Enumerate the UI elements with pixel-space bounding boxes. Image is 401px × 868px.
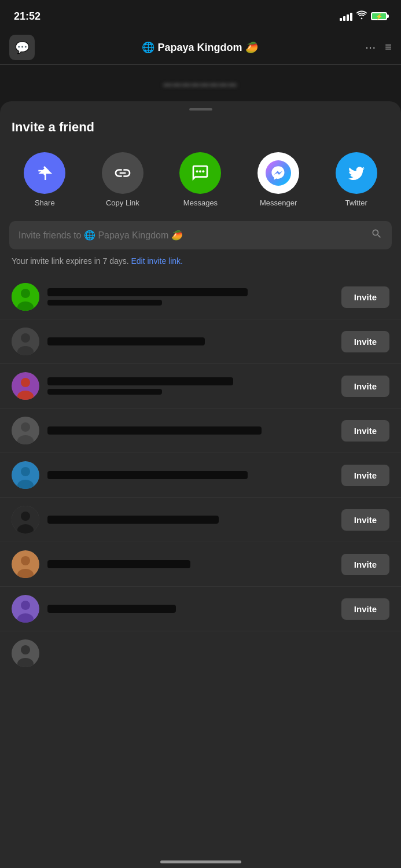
signal-bars-icon (340, 12, 352, 21)
share-icon-circle (24, 152, 65, 194)
friend-name-block (47, 471, 333, 479)
friend-name-block (47, 337, 333, 345)
home-indicator (160, 860, 241, 863)
svg-point-19 (21, 512, 30, 521)
invite-button[interactable]: Invite (341, 598, 389, 620)
invite-panel: Invite a friend Share Copy Link (0, 101, 401, 868)
friend-list: Invite Invite (0, 275, 401, 675)
avatar (12, 506, 39, 534)
avatar (12, 550, 39, 578)
friend-item: Invite (0, 542, 401, 587)
svg-point-16 (21, 467, 30, 476)
twitter-label: Twitter (345, 198, 367, 207)
friend-name-block (47, 560, 333, 568)
invite-button[interactable]: Invite (341, 331, 389, 352)
messenger-button[interactable]: Messenger (257, 152, 299, 207)
search-icon (371, 228, 382, 242)
friend-item: Invite (0, 409, 401, 453)
friend-item (0, 631, 401, 675)
more-options-icon[interactable]: ··· (365, 40, 376, 55)
messages-icon-circle (179, 152, 221, 194)
chat-icon[interactable]: 💬 (9, 35, 35, 60)
wifi-icon (356, 10, 367, 22)
chat-emoji: 💬 (15, 41, 30, 54)
friend-name-block (47, 426, 333, 435)
friend-item: Invite (0, 275, 401, 319)
invite-title: Invite a friend (0, 120, 401, 146)
search-input[interactable] (19, 230, 365, 241)
messages-button[interactable]: Messages (179, 152, 221, 207)
copy-link-label: Copy Link (106, 198, 139, 207)
friend-item: Invite (0, 364, 401, 409)
friend-item: Invite (0, 319, 401, 364)
svg-point-0 (196, 170, 198, 172)
avatar (12, 283, 39, 311)
app-bar: 💬 🌐 Papaya Kingdom 🥭 ··· ≡ (0, 30, 401, 65)
svg-point-4 (21, 289, 30, 298)
invite-button[interactable]: Invite (341, 465, 389, 486)
copy-link-button[interactable]: Copy Link (102, 152, 144, 207)
svg-point-1 (199, 170, 201, 172)
twitter-button[interactable]: Twitter (336, 152, 377, 207)
messenger-icon-circle (257, 152, 299, 194)
search-container[interactable] (9, 221, 392, 249)
twitter-icon-circle (336, 152, 377, 194)
svg-point-10 (21, 378, 30, 387)
messenger-label: Messenger (260, 198, 297, 207)
friend-item: Invite (0, 587, 401, 631)
svg-point-13 (21, 422, 30, 432)
friend-name-block (47, 377, 333, 395)
battery-icon: ⚡ (371, 12, 387, 20)
expire-text: Your invite link expires in 7 days. Edit… (0, 256, 401, 275)
avatar (12, 372, 39, 400)
avatar (12, 595, 39, 623)
status-time: 21:52 (14, 10, 41, 23)
invite-button[interactable]: Invite (341, 286, 389, 308)
app-bar-title: 🌐 Papaya Kingdom 🥭 (35, 41, 365, 54)
avatar (12, 417, 39, 444)
avatar (12, 328, 39, 355)
panel-handle (189, 108, 212, 111)
blurred-bar: ▬▬▬▬▬▬▬▬ (0, 65, 401, 101)
friend-item: Invite (0, 498, 401, 542)
status-icons: ⚡ (340, 10, 387, 22)
avatar (12, 639, 39, 667)
svg-point-2 (203, 170, 205, 172)
svg-point-28 (21, 645, 30, 654)
messages-label: Messages (183, 198, 218, 207)
copy-link-icon-circle (102, 152, 144, 194)
friend-name-block (47, 516, 333, 524)
share-button[interactable]: Share (24, 152, 65, 207)
svg-point-7 (21, 333, 30, 343)
svg-point-25 (21, 601, 30, 610)
avatar (12, 461, 39, 489)
menu-icon[interactable]: ≡ (385, 41, 392, 54)
edit-invite-link[interactable]: Edit invite link. (131, 256, 182, 266)
invite-button[interactable]: Invite (341, 420, 389, 442)
blurred-content: ▬▬▬▬▬▬▬▬ (164, 79, 238, 88)
friend-item: Invite (0, 453, 401, 498)
invite-button[interactable]: Invite (341, 509, 389, 531)
status-bar: 21:52 ⚡ (0, 0, 401, 30)
invite-button[interactable]: Invite (341, 554, 389, 575)
share-label: Share (35, 198, 55, 207)
share-row: Share Copy Link Messages (0, 146, 401, 221)
friend-name-block (47, 288, 333, 306)
svg-point-22 (21, 556, 30, 565)
friend-name-block (47, 605, 333, 613)
invite-button[interactable]: Invite (341, 376, 389, 397)
